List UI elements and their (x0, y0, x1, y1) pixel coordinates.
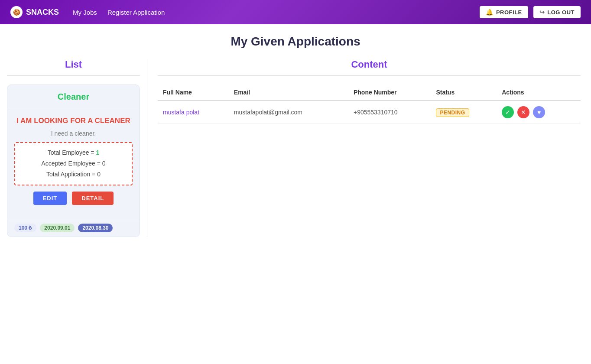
accept-button[interactable]: ✓ (502, 106, 514, 118)
info-button[interactable]: ♥ (533, 106, 545, 118)
card-action-buttons: EDIT DETAIL (14, 192, 133, 205)
date-end-badge: 2020.08.30 (78, 224, 113, 232)
content-divider (158, 75, 581, 76)
table-row: mustafa polat mustafapolat@gmail.com +90… (158, 101, 581, 124)
col-email: Email (229, 84, 348, 101)
profile-button[interactable]: 🔔 PROFILE (480, 6, 528, 18)
page-title: My Given Applications (0, 35, 591, 49)
col-phone: Phone Number (348, 84, 431, 101)
cell-email: mustafapolat@gmail.com (229, 101, 348, 124)
brand-name: SNACKS (26, 8, 59, 17)
table-header-row: Full Name Email Phone Number Status Acti… (158, 84, 581, 101)
brand-icon: 🍪 (10, 6, 23, 18)
applications-table-container: Full Name Email Phone Number Status Acti… (158, 84, 581, 124)
stat-total-application: Total Application = 0 (19, 169, 127, 180)
list-section-title: List (7, 59, 140, 70)
detail-button[interactable]: DETAIL (72, 192, 114, 205)
content-section-title: Content (158, 59, 581, 70)
job-card-body: I AM LOOKING FOR A CLEANER I need a clea… (7, 109, 140, 219)
cell-actions: ✓ ✕ ♥ (497, 101, 581, 124)
nav-link-register[interactable]: Register Application (107, 9, 165, 16)
cell-status: PENDING (431, 101, 497, 124)
edit-button[interactable]: EDIT (33, 192, 67, 205)
job-card-header: Cleaner (7, 85, 140, 109)
price-badge: 100 ₺ (14, 224, 36, 232)
job-card: Cleaner I AM LOOKING FOR A CLEANER I nee… (7, 84, 140, 237)
col-status: Status (431, 84, 497, 101)
job-card-description: I need a cleaner. (14, 130, 133, 137)
stats-box: Total Employee = 1 Accepted Employee = 0… (14, 142, 133, 185)
bell-icon: 🔔 (486, 9, 494, 16)
stat-total-employee: Total Employee = 1 (19, 147, 127, 158)
content-column: Content Full Name Email Phone Number Sta… (147, 59, 591, 237)
col-fullname: Full Name (158, 84, 229, 101)
list-column: List Cleaner I AM LOOKING FOR A CLEANER … (0, 59, 147, 237)
navbar-right: 🔔 PROFILE ↪ LOG OUT (480, 6, 581, 18)
logout-icon: ↪ (539, 9, 545, 16)
list-divider (7, 75, 140, 76)
nav-link-myjobs[interactable]: My Jobs (73, 9, 97, 16)
main-container: My Given Applications List Cleaner I AM … (0, 24, 591, 364)
applications-table: Full Name Email Phone Number Status Acti… (158, 84, 581, 124)
cell-fullname[interactable]: mustafa polat (158, 101, 229, 124)
logout-button[interactable]: ↪ LOG OUT (533, 6, 581, 18)
job-card-headline: I AM LOOKING FOR A CLEANER (14, 116, 133, 126)
brand: 🍪 SNACKS (10, 6, 59, 18)
status-badge: PENDING (436, 108, 469, 117)
date-start-badge: 2020.09.01 (40, 224, 75, 232)
navbar: 🍪 SNACKS My Jobs Register Application 🔔 … (0, 0, 591, 24)
nav-links: My Jobs Register Application (73, 9, 480, 16)
reject-button[interactable]: ✕ (517, 106, 529, 118)
cell-phone: +905553310710 (348, 101, 431, 124)
job-card-footer: 100 ₺ 2020.09.01 2020.08.30 (7, 219, 140, 237)
two-column-layout: List Cleaner I AM LOOKING FOR A CLEANER … (0, 59, 591, 237)
col-actions: Actions (497, 84, 581, 101)
stat-accepted-employee: Accepted Employee = 0 (19, 158, 127, 169)
job-card-category: Cleaner (58, 92, 89, 101)
